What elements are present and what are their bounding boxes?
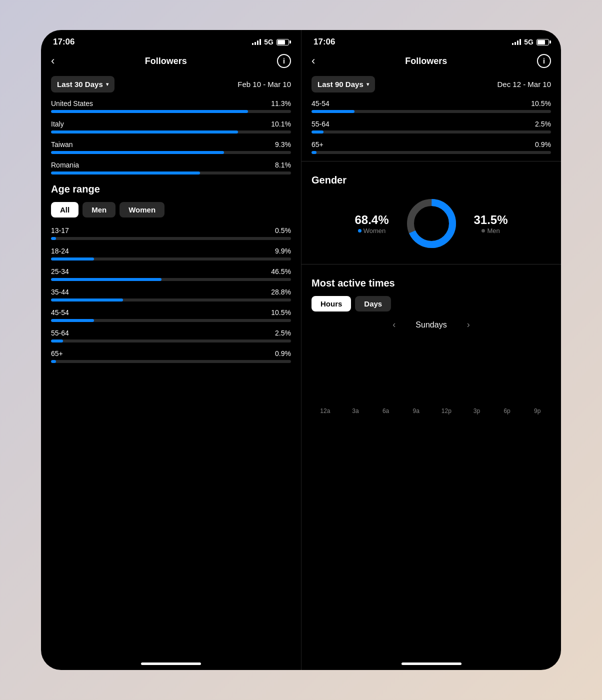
left-nav-header: ‹ Followers i bbox=[41, 50, 301, 74]
left-age-bar-5: 55-64 2.5% bbox=[51, 329, 291, 342]
left-bar-fill-2 bbox=[51, 151, 224, 154]
right-battery-icon bbox=[536, 39, 549, 46]
right-phone: 17:06 5G ‹ Followers i bbox=[301, 30, 561, 670]
left-bar-track-1 bbox=[51, 130, 291, 134]
left-back-button[interactable]: ‹ bbox=[51, 54, 54, 68]
right-most-active-title: Most active times bbox=[312, 278, 551, 289]
left-tab-all[interactable]: All bbox=[51, 202, 78, 218]
right-women-label: 68.4% Women bbox=[354, 213, 388, 234]
right-dropdown-arrow-icon: ▾ bbox=[366, 82, 369, 87]
right-info-button[interactable]: i bbox=[537, 54, 551, 68]
right-age-bar-5564: 55-64 2.5% bbox=[312, 120, 551, 134]
right-status-icons: 5G bbox=[512, 38, 549, 46]
left-age-bar-4: 45-54 10.5% bbox=[51, 308, 291, 322]
right-date-dropdown[interactable]: Last 90 Days ▾ bbox=[312, 76, 375, 92]
right-gender-title: Gender bbox=[312, 174, 551, 186]
left-date-range-text: Feb 10 - Mar 10 bbox=[238, 80, 291, 88]
right-network: 5G bbox=[524, 38, 534, 46]
right-day-prev-button[interactable]: ‹ bbox=[392, 320, 396, 330]
right-time-toggle-group: Hours Days bbox=[312, 296, 551, 312]
right-chart-label-12p: 12p bbox=[433, 406, 460, 415]
right-date-range-bar: Last 90 Days ▾ Dec 12 - Mar 10 bbox=[302, 74, 561, 100]
right-men-label: 31.5% Men bbox=[474, 213, 508, 234]
left-country-romania: Romania 8.1% bbox=[51, 161, 291, 174]
right-page-title: Followers bbox=[405, 56, 447, 66]
left-tab-women[interactable]: Women bbox=[120, 202, 164, 218]
left-date-dropdown[interactable]: Last 30 Days ▾ bbox=[51, 76, 114, 92]
right-age-bars-continued: 45-54 10.5% 55-64 2.5% 65+ 0.9% bbox=[302, 100, 561, 154]
left-tab-men[interactable]: Men bbox=[82, 202, 116, 218]
right-age-bar-65plus: 65+ 0.9% bbox=[312, 140, 551, 154]
left-battery-icon bbox=[276, 39, 289, 46]
left-age-range-title: Age range bbox=[51, 184, 291, 195]
right-day-nav: ‹ Sundays › bbox=[312, 320, 551, 330]
left-bar-fill-1 bbox=[51, 130, 238, 134]
left-status-bar: 17:06 5G bbox=[41, 30, 301, 50]
right-time: 17:06 bbox=[314, 37, 335, 47]
left-age-range-section: Age range All Men Women 13-17 0.5% 18-24… bbox=[41, 184, 301, 363]
left-dropdown-arrow-icon: ▾ bbox=[106, 82, 108, 87]
right-nav-header: ‹ Followers i bbox=[302, 50, 561, 74]
left-country-italy: Italy 10.1% bbox=[51, 120, 291, 134]
right-home-indicator bbox=[402, 662, 462, 665]
right-most-active-section: Most active times Hours Days ‹ Sundays › bbox=[302, 270, 561, 415]
left-country-united-states: United States 11.3% bbox=[51, 100, 291, 113]
left-bar-fill-3 bbox=[51, 172, 200, 174]
right-tab-hours[interactable]: Hours bbox=[312, 296, 351, 312]
left-bar-track-3 bbox=[51, 172, 291, 174]
right-chart-label-3a: 3a bbox=[342, 406, 370, 415]
right-chart-labels: 12a 3a 6a 9a 12p 3p 6p 9p bbox=[312, 403, 551, 415]
right-women-dot bbox=[358, 229, 362, 232]
right-bar-chart: 12a 3a 6a 9a 12p 3p 6p 9p bbox=[312, 338, 551, 415]
left-age-bar-2: 25-34 46.5% bbox=[51, 268, 291, 281]
right-men-dot bbox=[482, 229, 485, 232]
left-age-bar-1: 18-24 9.9% bbox=[51, 247, 291, 260]
right-chart-label-6a: 6a bbox=[372, 406, 400, 415]
left-country-taiwan: Taiwan 9.3% bbox=[51, 140, 291, 154]
right-age-bar-4554: 45-54 10.5% bbox=[312, 100, 551, 113]
left-age-bar-3: 35-44 28.8% bbox=[51, 288, 291, 302]
left-bar-track-2 bbox=[51, 151, 291, 154]
left-age-bar-0: 13-17 0.5% bbox=[51, 226, 291, 240]
left-home-indicator bbox=[141, 662, 201, 665]
right-tab-days[interactable]: Days bbox=[355, 296, 391, 312]
left-age-bar-6: 65+ 0.9% bbox=[51, 350, 291, 363]
right-back-button[interactable]: ‹ bbox=[312, 54, 315, 68]
left-time: 17:06 bbox=[53, 37, 74, 47]
right-day-label: Sundays bbox=[416, 320, 446, 330]
right-gender-donut-chart bbox=[404, 196, 459, 251]
right-date-range-text: Dec 12 - Mar 10 bbox=[497, 80, 551, 88]
right-chart-label-9p: 9p bbox=[524, 406, 551, 415]
right-chart-label-3p: 3p bbox=[463, 406, 490, 415]
right-chart-bars-container bbox=[312, 338, 551, 403]
right-gender-section: Gender 68.4% Women bbox=[302, 166, 561, 259]
left-signal-icon bbox=[252, 39, 261, 45]
right-day-next-button[interactable]: › bbox=[467, 320, 470, 330]
left-date-range-bar: Last 30 Days ▾ Feb 10 - Mar 10 bbox=[41, 74, 301, 100]
left-age-toggle-group: All Men Women bbox=[51, 202, 291, 218]
left-page-title: Followers bbox=[145, 56, 187, 66]
left-network: 5G bbox=[264, 38, 274, 46]
left-bar-track-0 bbox=[51, 110, 291, 113]
left-status-icons: 5G bbox=[252, 38, 289, 46]
left-phone: 17:06 5G ‹ Followers i bbox=[41, 30, 301, 670]
right-divider-1 bbox=[302, 161, 561, 162]
left-bar-fill-0 bbox=[51, 110, 248, 113]
right-signal-icon bbox=[512, 39, 521, 45]
right-chart-label-12a: 12a bbox=[312, 406, 339, 415]
right-gender-chart: 68.4% Women bbox=[312, 196, 551, 251]
right-divider-2 bbox=[302, 264, 561, 264]
right-chart-label-6p: 6p bbox=[494, 406, 521, 415]
left-info-button[interactable]: i bbox=[277, 54, 291, 68]
right-status-bar: 17:06 5G bbox=[302, 30, 561, 50]
right-chart-label-9a: 9a bbox=[402, 406, 430, 415]
left-countries-section: United States 11.3% Italy 10.1% Taiwan bbox=[41, 100, 301, 174]
